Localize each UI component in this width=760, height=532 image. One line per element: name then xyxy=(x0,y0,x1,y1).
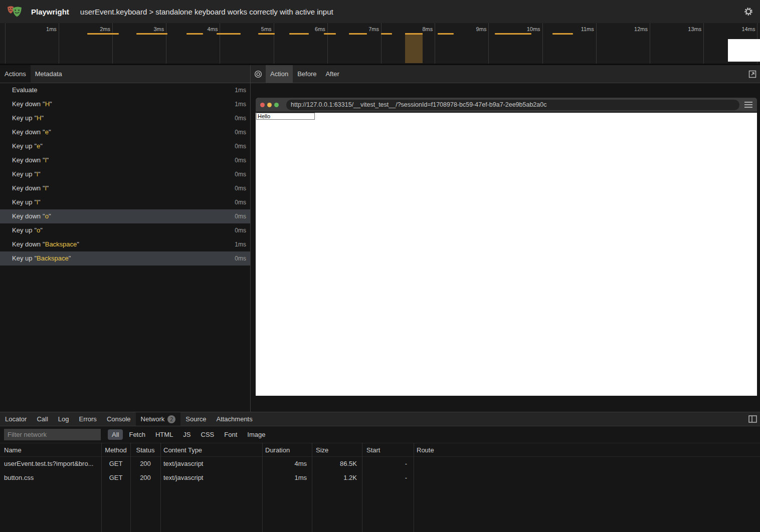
timeline-tick-label: 8ms xyxy=(402,26,433,32)
layout-columns-icon[interactable] xyxy=(745,412,760,426)
chip-css[interactable]: CSS xyxy=(197,429,219,440)
network-row-buttoncss[interactable]: button.css GET 200 text/javascript 1ms 1… xyxy=(0,471,760,485)
timeline-tick-label: 4ms xyxy=(186,26,218,32)
timeline-selected-action-bar xyxy=(405,33,423,63)
action-row-keydown-backspace[interactable]: Key down"Backspace" 1ms xyxy=(0,237,250,251)
timeline-action-bar xyxy=(495,33,531,35)
chip-all[interactable]: All xyxy=(108,429,123,440)
action-row-keydown-o[interactable]: Key down"o" 0ms xyxy=(0,209,250,223)
timeline-action-bar xyxy=(87,33,119,35)
timeline-action-bar xyxy=(186,33,203,35)
timeline-gridline xyxy=(112,23,113,64)
action-row-keydown-l2[interactable]: Key down"l" 0ms xyxy=(0,181,250,195)
tab-console[interactable]: Console xyxy=(102,412,136,426)
action-row-keyup-l2[interactable]: Key up"l" 0ms xyxy=(0,195,250,209)
snapshot-area: http://127.0.0.1:63315/__vitest_test__/?… xyxy=(251,83,760,412)
hamburger-menu-icon[interactable] xyxy=(744,102,752,108)
timeline-gridline xyxy=(542,23,543,64)
action-row-keyup-H[interactable]: Key up"H" 0ms xyxy=(0,111,250,125)
timeline-tick-label: 13ms xyxy=(670,26,701,32)
action-row-keyup-backspace[interactable]: Key up"Backspace" 0ms xyxy=(0,251,250,265)
timeline-action-bar xyxy=(136,33,167,35)
app-title: Playwright xyxy=(31,8,69,16)
tab-network[interactable]: Network 2 xyxy=(136,412,181,426)
chip-font[interactable]: Font xyxy=(220,429,241,440)
timeline-gridline xyxy=(274,23,274,64)
action-row-keyup-l[interactable]: Key up"l" 0ms xyxy=(0,167,250,181)
traffic-light-yellow-icon xyxy=(267,103,272,107)
actions-tabstrip: Actions Metadata xyxy=(0,65,250,83)
gear-icon[interactable] xyxy=(743,6,754,17)
tab-after[interactable]: After xyxy=(321,65,343,83)
playwright-masks-logo-icon xyxy=(6,4,25,20)
chip-js[interactable]: JS xyxy=(179,429,195,440)
timeline-gridline xyxy=(703,23,704,64)
timeline-tick-label: 12ms xyxy=(617,26,648,32)
network-row-userevent[interactable]: userEvent.test.ts?import&bro... GET 200 … xyxy=(0,457,760,471)
action-row-keydown-e[interactable]: Key down"e" 0ms xyxy=(0,125,250,139)
timeline-tick-label: 6ms xyxy=(294,26,325,32)
action-row-keyup-e[interactable]: Key up"e" 0ms xyxy=(0,139,250,153)
network-filter-input[interactable] xyxy=(4,429,101,440)
tab-action[interactable]: Action xyxy=(266,65,293,83)
details-panel: Locator Call Log Errors Console Network … xyxy=(0,412,760,532)
action-row-evaluate[interactable]: Evaluate 1ms xyxy=(0,83,250,97)
snapshot-browser: http://127.0.0.1:63315/__vitest_test__/?… xyxy=(256,98,757,396)
network-count-badge: 2 xyxy=(167,415,175,423)
timeline-canvas[interactable]: 1ms2ms3ms4ms5ms6ms7ms8ms9ms10ms11ms12ms1… xyxy=(0,23,760,64)
action-row-keydown-l[interactable]: Key down"l" 0ms xyxy=(0,153,250,167)
timeline-gridline xyxy=(435,23,435,64)
tab-source[interactable]: Source xyxy=(180,412,211,426)
timeline-gridline xyxy=(488,23,489,64)
page-text-input[interactable] xyxy=(256,113,315,120)
timeline-gridline xyxy=(220,23,220,64)
timeline-tick-label: 5ms xyxy=(241,26,272,32)
action-list: Evaluate 1ms Key down"H" 1ms Key up"H" 0… xyxy=(0,83,250,412)
snapshot-panel: Action Before After http://127.0.0.1:633… xyxy=(251,65,760,412)
timeline-gridline xyxy=(381,23,382,64)
timeline-tick-label: 1ms xyxy=(26,26,57,32)
timeline-tick-label: 7ms xyxy=(348,26,379,32)
open-external-icon[interactable] xyxy=(745,65,760,83)
timeline-action-bar xyxy=(289,33,309,35)
action-row-keyup-o[interactable]: Key up"o" 0ms xyxy=(0,223,250,237)
timeline-action-bar xyxy=(381,33,392,35)
tab-locator[interactable]: Locator xyxy=(0,412,32,426)
network-table: Name Method Status Content Type Duration… xyxy=(0,443,760,532)
timeline-tick-label: 3ms xyxy=(133,26,164,32)
timeline-action-bar xyxy=(217,33,241,35)
tab-actions[interactable]: Actions xyxy=(0,65,31,83)
chip-html[interactable]: HTML xyxy=(151,429,177,440)
chip-fetch[interactable]: Fetch xyxy=(125,429,149,440)
timeline-action-bar xyxy=(324,33,336,35)
timeline-tick-label: 14ms xyxy=(724,26,755,32)
timeline-film-frame xyxy=(728,39,760,62)
app-header: Playwright userEvent.keyboard > standalo… xyxy=(0,0,760,23)
tab-attachments[interactable]: Attachments xyxy=(211,412,257,426)
action-row-keydown-H[interactable]: Key down"H" 1ms xyxy=(0,97,250,111)
timeline-tick-label: 11ms xyxy=(563,26,594,32)
traffic-light-red-icon xyxy=(260,103,265,107)
pick-locator-target-icon[interactable] xyxy=(251,65,266,83)
chip-image[interactable]: Image xyxy=(243,429,269,440)
snapshot-tabstrip: Action Before After xyxy=(251,65,760,83)
timeline-action-bar xyxy=(552,33,573,35)
tab-metadata[interactable]: Metadata xyxy=(31,65,67,83)
timeline-tick-label: 10ms xyxy=(509,26,540,32)
actions-panel: Actions Metadata Evaluate 1ms Key down"H… xyxy=(0,65,251,412)
test-title: userEvent.keyboard > standalone keyboard… xyxy=(80,8,333,16)
timeline-gridline xyxy=(5,23,6,64)
timeline-gridline xyxy=(166,23,166,64)
timeline-gridline xyxy=(596,23,597,64)
tab-call[interactable]: Call xyxy=(32,412,53,426)
network-filter-row: All Fetch HTML JS CSS Font Image xyxy=(0,426,760,443)
network-table-header: Name Method Status Content Type Duration… xyxy=(0,443,760,457)
network-type-chips: All Fetch HTML JS CSS Font Image xyxy=(108,429,269,440)
tab-log[interactable]: Log xyxy=(53,412,74,426)
timeline-action-bar xyxy=(438,33,454,35)
tab-errors[interactable]: Errors xyxy=(74,412,101,426)
timeline-tick-label: 2ms xyxy=(79,26,110,32)
address-bar: http://127.0.0.1:63315/__vitest_test__/?… xyxy=(286,100,739,110)
timeline-gridline xyxy=(650,23,650,64)
tab-before[interactable]: Before xyxy=(293,65,321,83)
